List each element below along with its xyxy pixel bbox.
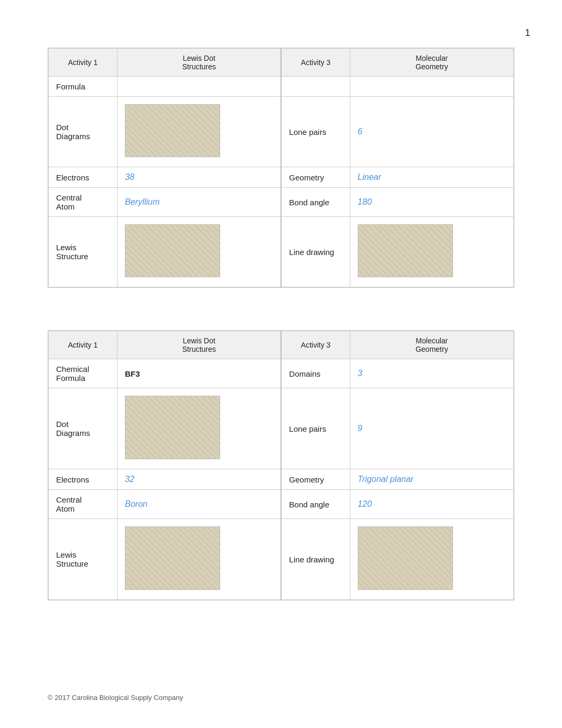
lone-pairs-value-2: 9 bbox=[350, 388, 513, 469]
line-drawing-image-cell-2 bbox=[350, 519, 513, 600]
lewis-structure-label: LewisStructure bbox=[49, 217, 117, 287]
activity-table-2: Activity 1 Lewis Dot Structures Activity… bbox=[48, 331, 514, 600]
central-atom-label: CentralAtom bbox=[49, 188, 117, 217]
geometry-value-2: Trigonal planar bbox=[350, 469, 513, 490]
table1-col2-header: Lewis Dot Structures bbox=[117, 49, 282, 77]
page-number: 1 bbox=[525, 28, 530, 39]
lewis-structure-image bbox=[125, 224, 220, 277]
electrons-label-2: Electrons bbox=[49, 469, 117, 490]
dot-diagrams-image-cell bbox=[117, 97, 282, 167]
bond-angle-value: 180 bbox=[350, 188, 513, 217]
chemical-formula-value: BF3 bbox=[117, 359, 282, 388]
formula-label: Formula bbox=[49, 77, 117, 97]
line-drawing-image bbox=[358, 224, 453, 277]
table-row: DotDiagrams Lone pairs 6 bbox=[49, 97, 514, 167]
electrons-label: Electrons bbox=[49, 167, 117, 188]
dot-diagrams-label-2: DotDiagrams bbox=[49, 388, 117, 469]
line-drawing-label: Line drawing bbox=[281, 217, 350, 287]
dot-diagrams-image bbox=[125, 104, 220, 157]
domains-label: Domains bbox=[281, 359, 350, 388]
empty-value-1 bbox=[350, 77, 513, 97]
geometry-value: Linear bbox=[350, 167, 513, 188]
line-drawing-image-cell bbox=[350, 217, 513, 287]
table-row: Electrons 32 Geometry Trigonal planar bbox=[49, 469, 514, 490]
formula-value bbox=[117, 77, 282, 97]
table-row: LewisStructure Line drawing bbox=[49, 217, 514, 287]
geometry-label-2: Geometry bbox=[281, 469, 350, 490]
dot-diagrams-label: DotDiagrams bbox=[49, 97, 117, 167]
lone-pairs-label: Lone pairs bbox=[281, 97, 350, 167]
table-row: Electrons 38 Geometry Linear bbox=[49, 167, 514, 188]
table2-col3-header: Activity 3 bbox=[281, 331, 350, 359]
lone-pairs-value: 6 bbox=[350, 97, 513, 167]
central-atom-value-2: Boron bbox=[117, 490, 282, 519]
activity-table-1: Activity 1 Lewis Dot Structures Activity… bbox=[48, 48, 514, 287]
table-row: CentralAtom Boron Bond angle 120 bbox=[49, 490, 514, 519]
table-row: CentralAtom Beryllium Bond angle 180 bbox=[49, 188, 514, 217]
electrons-value-2: 32 bbox=[117, 469, 282, 490]
central-atom-value: Beryllium bbox=[117, 188, 282, 217]
table-row: DotDiagrams Lone pairs 9 bbox=[49, 388, 514, 469]
geometry-label: Geometry bbox=[281, 167, 350, 188]
empty-label-1 bbox=[281, 77, 350, 97]
chemical-formula-label: ChemicalFormula bbox=[49, 359, 117, 388]
table-row: Formula bbox=[49, 77, 514, 97]
bond-angle-label-2: Bond angle bbox=[281, 490, 350, 519]
line-drawing-image-2 bbox=[358, 526, 453, 590]
table-row: ChemicalFormula BF3 Domains 3 bbox=[49, 359, 514, 388]
electrons-value: 38 bbox=[117, 167, 282, 188]
dot-diagrams-image-2 bbox=[125, 396, 220, 459]
lewis-structure-image-2 bbox=[125, 526, 220, 590]
domains-value: 3 bbox=[350, 359, 513, 388]
table1-col4-header: Molecular Geometry bbox=[350, 49, 513, 77]
table2-col2-header: Lewis Dot Structures bbox=[117, 331, 282, 359]
table1-col3-header: Activity 3 bbox=[281, 49, 350, 77]
table2-col4-header: Molecular Geometry bbox=[350, 331, 513, 359]
table-section-1: Activity 1 Lewis Dot Structures Activity… bbox=[48, 48, 514, 288]
lewis-structure-image-cell-2 bbox=[117, 519, 282, 600]
central-atom-label-2: CentralAtom bbox=[49, 490, 117, 519]
table-row: LewisStructure Line drawing bbox=[49, 519, 514, 600]
table2-col1-header: Activity 1 bbox=[49, 331, 117, 359]
dot-diagrams-image-cell-2 bbox=[117, 388, 282, 469]
lewis-structure-image-cell bbox=[117, 217, 282, 287]
bond-angle-label: Bond angle bbox=[281, 188, 350, 217]
table1-col1-header: Activity 1 bbox=[49, 49, 117, 77]
lone-pairs-label-2: Lone pairs bbox=[281, 388, 350, 469]
table-section-2: Activity 1 Lewis Dot Structures Activity… bbox=[48, 330, 514, 600]
bond-angle-value-2: 120 bbox=[350, 490, 513, 519]
lewis-structure-label-2: LewisStructure bbox=[49, 519, 117, 600]
footer: © 2017 Carolina Biological Supply Compan… bbox=[48, 694, 183, 702]
line-drawing-label-2: Line drawing bbox=[281, 519, 350, 600]
